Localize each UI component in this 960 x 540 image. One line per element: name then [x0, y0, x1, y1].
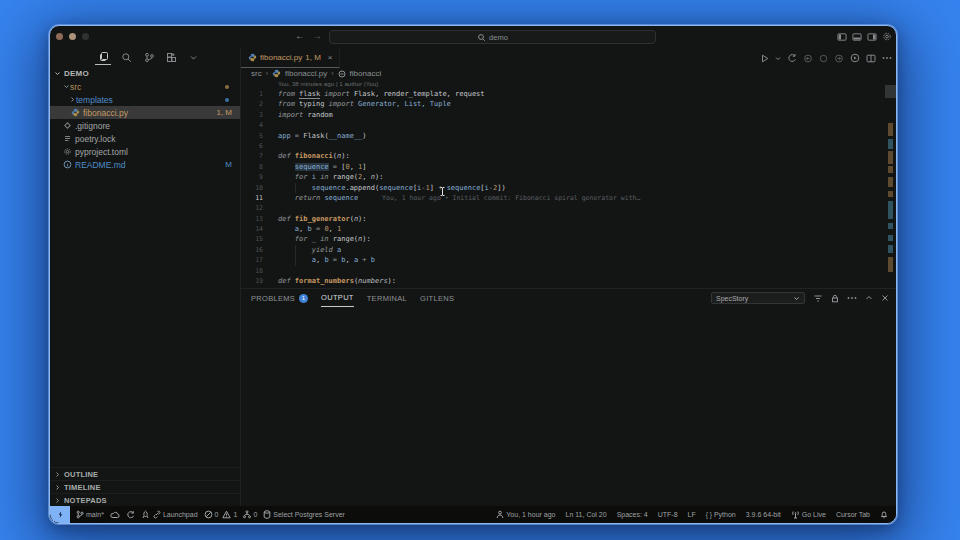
sidebar-item-poetry-lock[interactable]: poetry.lock — [50, 132, 240, 145]
eol-status[interactable]: LF — [688, 511, 696, 518]
panel-tab-output[interactable]: OUTPUT — [321, 289, 354, 307]
nav-forward-icon[interactable] — [834, 54, 844, 63]
close-tab-icon[interactable]: × — [328, 53, 333, 62]
minimap-mark — [888, 166, 893, 173]
encoding-status[interactable]: UTF-8 — [658, 511, 678, 518]
code-line-12: 12 — [241, 203, 896, 213]
code-line-9: 9 for i in range(2, n): — [241, 172, 896, 182]
problems-status[interactable]: 01 — [204, 510, 238, 519]
source-control-icon[interactable] — [141, 49, 157, 65]
git-blame-annotation: You, 1 hour ago • Initial commit: Fibona… — [382, 194, 640, 202]
chevron-down-icon[interactable] — [185, 49, 201, 65]
code-line-4: 4 — [241, 120, 896, 130]
file-label: fibonacci.py — [83, 108, 128, 118]
mouse-cursor — [440, 187, 445, 196]
sidebar-item--gitignore[interactable]: .gitignore — [50, 119, 240, 132]
close-panel-icon[interactable] — [881, 294, 889, 302]
file-label: .gitignore — [75, 121, 110, 131]
nav-dot-icon[interactable] — [819, 54, 828, 63]
close-window-button[interactable] — [56, 33, 63, 40]
panel-tab-problems[interactable]: PROBLEMS1 — [251, 289, 308, 307]
remote-indicator[interactable] — [50, 506, 70, 523]
sidebar-item-fibonacci-py[interactable]: fibonacci.py1, M — [50, 106, 240, 119]
sidebar-section-outline[interactable]: OUTLINE — [50, 467, 240, 480]
publish-status[interactable] — [110, 511, 120, 519]
breadcrumb-fibonacci-py[interactable]: fibonacci.py — [285, 69, 327, 78]
tab-label: fibonacci.py — [260, 53, 302, 62]
breadcrumb-src[interactable]: src — [251, 69, 262, 78]
output-channel-value: SpecStory — [716, 295, 748, 302]
python-version-status[interactable]: 3.9.6 64-bit — [746, 511, 781, 518]
settings-gear-icon[interactable] — [882, 30, 892, 43]
sidebar-section-timeline[interactable]: TIMELINE — [50, 480, 240, 493]
git-badge: 1, M — [216, 108, 232, 117]
explorer-header[interactable]: DEMO — [50, 67, 240, 80]
split-editor-icon[interactable] — [866, 54, 876, 63]
sync-status[interactable] — [126, 510, 135, 519]
indent-guide — [295, 183, 296, 193]
line-content: from flask import Flask, render_template… — [278, 89, 485, 99]
code-editor[interactable]: You, 38 minutes ago | 1 author (You) 1fr… — [241, 79, 896, 288]
line-number: 12 — [241, 203, 263, 213]
run-dropdown-icon[interactable] — [775, 54, 781, 63]
fork-status[interactable]: 0 — [243, 510, 257, 519]
git-branch-status[interactable]: main* — [76, 510, 104, 519]
sidebar-item-readme-md[interactable]: README.mdM — [50, 158, 240, 171]
modified-dot — [225, 98, 229, 102]
sidebar-item-pyproject-toml[interactable]: pyproject.toml — [50, 145, 240, 158]
language-status[interactable]: { }Python — [706, 511, 736, 518]
command-center-search[interactable]: demo — [329, 30, 656, 44]
tab-fibonacci-py[interactable]: fibonacci.py 1, M × — [241, 48, 340, 68]
postgres-status[interactable]: Select Postgres Server — [263, 510, 345, 519]
indent-guide — [295, 255, 296, 265]
more-actions-icon[interactable] — [847, 296, 857, 300]
search-icon[interactable] — [118, 49, 134, 65]
nav-back-icon[interactable] — [803, 54, 813, 63]
maximize-panel-icon[interactable] — [865, 294, 873, 302]
indentation-status[interactable]: Spaces: 4 — [617, 511, 648, 518]
sidebar-section-notepads[interactable]: NOTEPADS — [50, 493, 240, 506]
line-number: 1 — [241, 89, 263, 99]
breadcrumb-fibonacci[interactable]: fibonacci — [350, 69, 382, 78]
launchpad-status[interactable]: Launchpad — [141, 510, 198, 519]
panel-tab-gitlens[interactable]: GITLENS — [420, 289, 454, 307]
symbol-icon — [338, 70, 346, 78]
sidebar-item-src[interactable]: src — [50, 80, 240, 93]
line-content: def format_numbers(numbers): — [278, 276, 396, 286]
file-tree: srctemplatesfibonacci.py1, M.gitignorepo… — [50, 80, 240, 171]
layout-sidebar-right-icon[interactable] — [867, 30, 877, 43]
minimap[interactable] — [885, 79, 896, 288]
codelens-annotation[interactable]: You, 38 minutes ago | 1 author (You) — [241, 79, 896, 89]
panel-tab-terminal[interactable]: TERMINAL — [367, 289, 407, 307]
chevron-down-icon — [63, 83, 70, 90]
sidebar-item-templates[interactable]: templates — [50, 93, 240, 106]
output-channel-select[interactable]: SpecStory — [711, 292, 805, 304]
cursor-position-status[interactable]: Ln 11, Col 20 — [566, 511, 607, 518]
run-python-file-icon[interactable] — [761, 54, 769, 63]
titlebar: ← → demo — [50, 26, 896, 48]
layout-panel-icon[interactable] — [852, 30, 862, 43]
titlebar-right-icons — [837, 30, 892, 43]
python-icon — [71, 108, 80, 117]
back-icon[interactable]: ← — [295, 30, 305, 41]
notifications-bell-icon[interactable] — [880, 510, 888, 519]
minimize-window-button[interactable] — [69, 33, 76, 40]
cursor-tab-status[interactable]: Cursor Tab — [836, 511, 870, 518]
blame-status[interactable]: You, 1 hour ago — [496, 510, 555, 519]
output-filter-icon[interactable] — [813, 294, 823, 303]
extensions-icon[interactable] — [163, 49, 179, 65]
layout-sidebar-left-icon[interactable] — [837, 30, 847, 43]
more-actions-icon[interactable] — [882, 56, 892, 60]
code-line-18: 18 — [241, 266, 896, 276]
forward-icon[interactable]: → — [312, 30, 322, 41]
go-live-status[interactable]: Go Live — [791, 510, 826, 519]
run-interactive-icon[interactable] — [850, 53, 860, 63]
minimap-slider[interactable] — [885, 85, 896, 98]
lock-scroll-icon[interactable] — [831, 294, 839, 303]
explorer-icon[interactable] — [95, 49, 111, 65]
sync-icon[interactable] — [787, 53, 797, 63]
zoom-window-button[interactable] — [82, 33, 89, 40]
file-label: README.md — [75, 160, 126, 170]
line-content: sequence.append(sequence[i-1] + sequence… — [278, 183, 506, 193]
line-content: app = Flask(__name__) — [278, 131, 367, 141]
